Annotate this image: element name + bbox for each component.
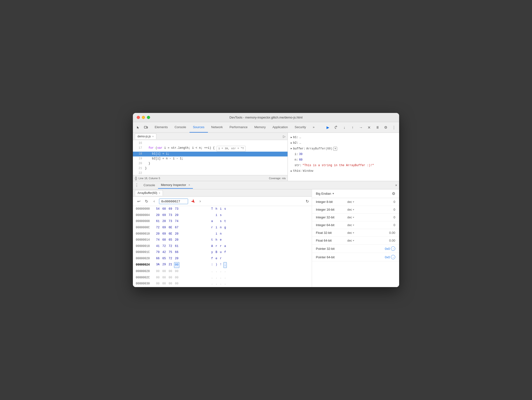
maximize-button[interactable] (147, 116, 150, 119)
inspector-label-float64: Float 64-bit (316, 239, 347, 242)
settings-icon[interactable]: ⚙ (382, 124, 389, 131)
hex-address-input[interactable] (159, 199, 188, 204)
code-panel: demo-js.js × ▷ 16 17 for (var i = str.le… (133, 133, 288, 181)
step-out-icon[interactable]: ↑ (349, 124, 356, 131)
hex-rows: 00000000 54 68 69 73 T h i (133, 206, 312, 287)
red-arrow-indicator: ➤ (189, 198, 197, 205)
tab-security[interactable]: Security (291, 122, 309, 133)
scope-item-str: str: "This is a string in the ArrayBuffe… (288, 163, 399, 168)
inspector-row-int64: Integer 64-bit dec ▾ 0 (312, 221, 399, 229)
window-title: DevTools - memory-inspector.glitch.me/de… (229, 116, 303, 119)
inspector-format-float64[interactable]: dec ▾ (347, 239, 362, 242)
inspector-format-int32[interactable]: dec ▾ (347, 216, 362, 219)
code-line-18: 18 b1[i] = i; (133, 152, 288, 156)
code-content: 16 17 for (var i = str.length; i < n; ++… (133, 140, 288, 175)
tab-console[interactable]: Console (171, 122, 190, 133)
endian-dropdown-arrow: ▾ (333, 192, 334, 195)
ptr64-link-icon[interactable]: → (391, 255, 395, 259)
panel-close-right[interactable]: × (395, 183, 397, 187)
inspector-settings-icon[interactable]: ⚙ (392, 191, 395, 196)
inspector-label-int8: Integer 8-bit (316, 200, 347, 204)
scope-item-buffer: ▶ buffer: ArrayBuffer(60) ⊞ (288, 146, 399, 152)
buffer-tab-close[interactable]: × (159, 192, 160, 194)
inspector-format-int8[interactable]: dec ▾ (347, 200, 362, 204)
tab-network[interactable]: Network (208, 122, 226, 133)
inspector-label-ptr32: Pointer 32-bit (316, 247, 347, 251)
hex-back-btn[interactable]: ↩ (136, 198, 142, 204)
inspector-label-int32: Integer 32-bit (316, 215, 347, 219)
device-toggle-icon[interactable] (143, 124, 149, 131)
devtools-toolbar: Elements Console Sources Network Perform… (133, 122, 399, 133)
pause-resume-icon[interactable]: ▶ (325, 124, 331, 131)
panel-menu-icon[interactable]: ⋮ (135, 183, 139, 187)
hex-row-1c: 0000001C 79 42 75 66 y B u (133, 249, 312, 256)
hex-prev-btn[interactable]: ‹ (151, 198, 157, 204)
step-icon[interactable]: → (357, 124, 364, 131)
ptr32-link-icon[interactable]: → (391, 246, 395, 251)
file-tab-bar: demo-js.js × ▷ (133, 133, 288, 140)
status-braces-icon: {} (135, 176, 137, 180)
nav-tabs: Elements Console Sources Network Perform… (151, 122, 325, 133)
more-options-icon[interactable]: ⋮ (390, 124, 397, 131)
endian-select[interactable]: Big Endian ▾ (316, 192, 334, 195)
inspector-row-int32: Integer 32-bit dec ▾ 0 (312, 214, 399, 221)
step-over-icon[interactable] (333, 124, 340, 131)
code-line-22: 22 (133, 171, 288, 175)
panel-tabs-bar: ⋮ Console Memory Inspector × × (133, 181, 399, 189)
traffic-lights (137, 116, 150, 119)
file-tab-demo-js[interactable]: demo-js.js × (135, 133, 156, 139)
panel-tab-memory-inspector[interactable]: Memory Inspector × (158, 182, 193, 189)
panel-tab-console[interactable]: Console (141, 182, 158, 188)
pause-on-exceptions-icon[interactable]: ⏸ (374, 124, 381, 131)
inspector-format-float32[interactable]: dec ▾ (347, 231, 362, 235)
hex-next-btn[interactable]: › (197, 198, 203, 204)
selected-char[interactable]: . (223, 262, 227, 268)
toolbar-icons-left (135, 124, 149, 131)
close-button[interactable] (137, 116, 140, 119)
inspector-label-float32: Float 32-bit (316, 231, 347, 235)
hex-row-24: 00000024 3A 29 21 00 : ) ! (133, 262, 312, 268)
file-tab-close[interactable]: × (152, 135, 154, 138)
inspector-format-int64[interactable]: dec ▾ (347, 223, 362, 227)
code-line-16: 16 (133, 141, 288, 146)
inspector-row-float64: Float 64-bit dec ▾ 0.00 (312, 237, 399, 244)
tab-elements[interactable]: Elements (151, 122, 171, 133)
status-left: {} Line 18, Column 5 (135, 176, 160, 180)
svg-rect-1 (147, 127, 148, 128)
inspector-value-int16: 0 (394, 208, 395, 211)
inspector-row-ptr32: Pointer 32-bit 0x0 → (312, 244, 399, 253)
inspector-value-ptr32[interactable]: 0x0 → (385, 246, 395, 251)
code-line-20: 20 } (133, 161, 288, 166)
selected-byte[interactable]: 00 (174, 262, 179, 268)
step-into-icon[interactable]: ↓ (341, 124, 348, 131)
inspector-row-int16: Integer 16-bit dec ▾ 0 (312, 206, 399, 214)
tab-sources[interactable]: Sources (190, 122, 208, 133)
inspector-label-ptr64: Pointer 64-bit (316, 255, 347, 259)
inspector-value-ptr64[interactable]: 0x0 → (385, 255, 395, 259)
main-content: demo-js.js × ▷ 16 17 for (var i = str.le… (133, 133, 399, 287)
minimize-button[interactable] (142, 116, 145, 119)
inspector-header: Big Endian ▾ ⚙ (312, 189, 399, 198)
memory-inspect-button[interactable]: ⊞ (333, 147, 337, 151)
scope-item-b2: ▶ b2: … (288, 140, 399, 146)
scope-item-b1: ▶ b1: … (288, 135, 399, 140)
inspector-value-float32: 0.00 (389, 231, 395, 235)
inspector-value-int8: 0 (394, 200, 395, 204)
hex-refresh-btn[interactable]: ↻ (306, 199, 309, 204)
hex-forward-btn[interactable]: ↻ (144, 198, 149, 204)
hex-row-10: 00000010 20 69 6E 20 i n (133, 231, 312, 237)
tab-application[interactable]: Application (269, 122, 291, 133)
inspector-label-int16: Integer 16-bit (316, 208, 347, 211)
buffer-tab[interactable]: ArrayBuffer(60) × (135, 190, 163, 196)
memory-inspector-close[interactable]: × (188, 183, 190, 187)
tab-more[interactable]: » (309, 122, 318, 133)
inspector-format-int16[interactable]: dec ▾ (347, 208, 362, 211)
cursor-icon[interactable] (135, 124, 142, 131)
scope-item-i: i: 39 (288, 152, 399, 157)
memory-left: ArrayBuffer(60) × ↩ ↻ ‹ ➤ (133, 189, 312, 287)
file-tab-nav[interactable]: ▷ (283, 134, 286, 138)
hex-row-8: 00000008 61 20 73 74 a s (133, 218, 312, 225)
tab-memory[interactable]: Memory (251, 122, 269, 133)
tab-performance[interactable]: Performance (226, 122, 251, 133)
deactivate-breakpoints-icon[interactable] (366, 124, 372, 131)
